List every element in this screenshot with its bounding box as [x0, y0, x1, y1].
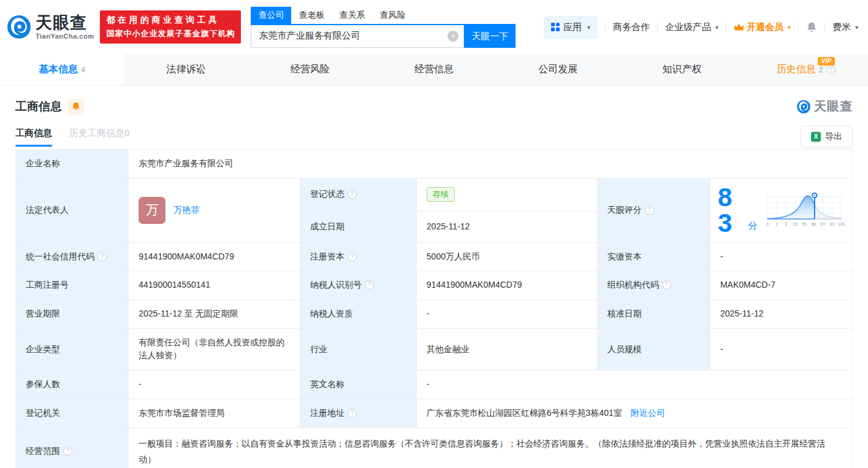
tab-count: 2 — [819, 65, 823, 74]
field-label: 法定代表人 — [16, 178, 129, 242]
legal-rep-cell: 万 万艳菲 — [129, 178, 300, 242]
company-name-value: 东莞市产业服务有限公司 — [129, 150, 853, 178]
field-label: 注册资本? — [300, 242, 417, 271]
menu-item-cooperation[interactable]: 商务合作 — [613, 21, 650, 33]
avatar[interactable]: 万 — [139, 197, 166, 224]
field-label-text: 注册地址 — [310, 408, 345, 418]
menu-item-vip[interactable]: 开通会员 ▾ — [734, 21, 791, 33]
search-tab-company[interactable]: 查公司 — [251, 7, 291, 24]
score-marker-dot — [814, 194, 815, 196]
tab-label: 经营信息 — [414, 63, 454, 76]
table-row: 统一社会信用代码? 91441900MAK0M4CD79 注册资本? 5000万… — [16, 242, 853, 271]
monitor-bell-icon[interactable] — [68, 99, 84, 115]
subtab-business-info[interactable]: 工商信息 — [15, 128, 52, 147]
company-nav-tabs: 基本信息 4 法律诉讼 经营风险 经营信息 公司发展 知识产权 VIP 历史信息… — [0, 54, 868, 86]
svg-text:97: 97 — [821, 222, 826, 226]
tab-intellectual-property[interactable]: 知识产权 — [620, 54, 744, 85]
business-info-table: 企业名称 东莞市产业服务有限公司 法定代表人 万 万艳菲 登记状态? 存续 — [15, 149, 853, 468]
apps-menu-button[interactable]: 应用 ▾ — [544, 16, 598, 39]
insured-count-value: - — [129, 370, 300, 399]
menu-divider — [824, 22, 825, 32]
field-label: 组织机构代码? — [597, 271, 710, 300]
field-label: 纳税人资质 — [300, 300, 417, 329]
field-label: 统一社会信用代码? — [16, 242, 129, 271]
tianyancha-logo[interactable]: 天眼查 TianYanCha.com — [6, 14, 94, 40]
top-header: 天眼查 TianYanCha.com 都在用的商业查询工具 国家中小企业发展子基… — [0, 0, 868, 54]
svg-text:50: 50 — [802, 222, 807, 226]
help-icon[interactable]: ? — [348, 409, 357, 418]
search-tabs: 查公司 查老板 查关系 查风险 — [251, 7, 516, 25]
chevron-down-icon: ▾ — [715, 24, 718, 31]
score-distribution-chart[interactable]: 0 1 3 15 50 85 97 99 100 — [764, 190, 845, 231]
search-tab-boss[interactable]: 查老板 — [291, 7, 332, 24]
crown-icon — [734, 23, 744, 31]
vip-badge: VIP — [818, 57, 835, 66]
field-label: 参保人数 — [16, 370, 129, 399]
search-tab-risk[interactable]: 查风险 — [372, 7, 413, 24]
reg-address-cell: 广东省东莞市松山湖园区红棉路6号科学苑3栋401室 附近公司 — [416, 399, 852, 428]
notification-bell-icon[interactable] — [806, 21, 817, 33]
tianyancha-swirl-icon — [796, 99, 811, 114]
search-button[interactable]: 天眼一下 — [464, 25, 516, 48]
field-label-text: 登记状态 — [310, 189, 345, 199]
tab-label: 公司发展 — [538, 63, 577, 76]
table-row: 工商注册号 441900014550141 纳税人识别号? 91441900MA… — [16, 271, 853, 300]
field-label: 经营范围? — [16, 428, 129, 468]
field-label: 企业名称 — [16, 150, 129, 178]
help-icon[interactable]: ? — [826, 65, 836, 74]
subtab-history-business-info[interactable]: 历史工商信息0 — [69, 128, 129, 147]
help-icon[interactable]: ? — [662, 280, 671, 290]
tab-history-info[interactable]: VIP 历史信息 2 ? — [744, 54, 868, 85]
help-icon[interactable]: ? — [645, 205, 654, 215]
menu-divider — [657, 22, 658, 32]
field-label-text: 注册资本 — [310, 251, 345, 261]
help-icon[interactable]: ? — [365, 280, 374, 290]
field-label-text: 组织机构代码 — [607, 280, 659, 290]
tab-label: 法律诉讼 — [166, 63, 205, 76]
field-label: 登记机关 — [16, 399, 129, 428]
help-icon[interactable]: ? — [348, 252, 357, 261]
svg-text:15: 15 — [793, 222, 798, 226]
nearby-companies-link[interactable]: 附近公司 — [631, 408, 665, 418]
chevron-down-icon: ▾ — [788, 24, 791, 31]
svg-text:1: 1 — [776, 222, 779, 226]
tab-operation-risk[interactable]: 经营风险 — [248, 54, 372, 85]
menu-item-user[interactable]: 费米 ▾ — [832, 21, 858, 33]
field-label: 成立日期 — [300, 211, 417, 242]
org-code-value: MAK0M4CD-7 — [710, 271, 852, 300]
tab-label: 知识产权 — [663, 63, 702, 76]
export-button[interactable]: X 导出 — [801, 126, 853, 148]
legal-rep-link[interactable]: 万艳菲 — [173, 204, 199, 217]
field-label: 英文名称 — [300, 370, 417, 399]
paid-capital-value: - — [710, 242, 852, 271]
enterprise-label: 企业级产品 — [665, 21, 711, 33]
tab-count: 4 — [81, 65, 85, 74]
tab-operation-info[interactable]: 经营信息 — [372, 54, 496, 85]
search-tab-relation[interactable]: 查关系 — [332, 7, 372, 24]
tab-basic-info[interactable]: 基本信息 4 — [0, 54, 124, 85]
search-input[interactable] — [251, 25, 463, 47]
curve-filled — [767, 196, 842, 219]
tab-company-development[interactable]: 公司发展 — [496, 54, 620, 85]
reg-number-value: 441900014550141 — [129, 271, 300, 300]
export-label: 导出 — [825, 131, 842, 142]
clear-search-icon[interactable]: × — [447, 31, 459, 42]
help-icon[interactable]: ? — [63, 447, 72, 456]
establish-date-value: 2025-11-12 — [416, 211, 597, 242]
table-row: 参保人数 - 英文名称 - — [16, 370, 853, 399]
tab-legal-litigation[interactable]: 法律诉讼 — [124, 54, 248, 85]
chevron-down-icon: ▾ — [855, 24, 858, 31]
score-value: 83 — [718, 185, 746, 236]
staff-size-value: - — [710, 328, 852, 370]
slogan-banner: 都在用的商业查询工具 国家中小企业发展子基金旗下机构 — [100, 10, 241, 44]
help-icon[interactable]: ? — [348, 190, 357, 199]
help-icon[interactable]: ? — [97, 252, 107, 261]
credit-code-value: 91441900MAK0M4CD79 — [129, 242, 300, 271]
vip-label: 开通会员 — [747, 21, 783, 33]
main-content: 工商信息 天眼查 工商信息 历史工商信息0 X 导出 — [0, 98, 868, 468]
approval-date-value: 2025-11-12 — [710, 300, 852, 329]
company-type-value: 有限责任公司（非自然人投资或控股的法人独资） — [129, 328, 300, 370]
field-label: 营业期限 — [16, 300, 129, 329]
menu-item-enterprise[interactable]: 企业级产品 ▾ — [665, 21, 718, 33]
taxpayer-id-value: 91441900MAK0M4CD79 — [416, 271, 597, 300]
